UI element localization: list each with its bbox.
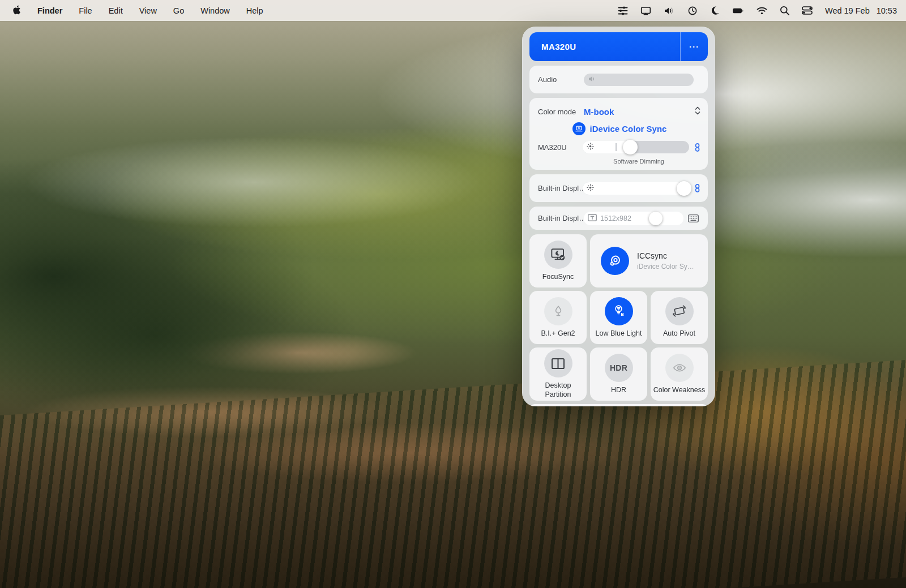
tile-color-weakness[interactable]: Color Weakness — [651, 347, 708, 401]
laptop-sync-icon — [572, 122, 586, 135]
keyboard-icon[interactable] — [688, 214, 699, 222]
tile-hdr[interactable]: HDR HDR — [590, 347, 647, 401]
icc-profile-sync-icon — [601, 247, 629, 275]
link-sync-icon[interactable] — [694, 143, 701, 152]
display-status-icon[interactable] — [640, 6, 651, 16]
eye-icon — [665, 354, 694, 382]
bottom-vignette — [0, 0, 906, 588]
blue-light-bulb-icon: B — [605, 297, 633, 325]
idevice-color-sync-button[interactable]: iDevice Color Sync — [538, 119, 701, 138]
link-sync-icon[interactable] — [694, 184, 701, 192]
resolution-value: 1512x982 — [600, 214, 631, 222]
tile-auto-pivot[interactable]: Auto Pivot — [651, 291, 708, 344]
light-sensor-icon — [544, 297, 572, 325]
brightness-sun-icon — [587, 183, 594, 194]
menu-help[interactable]: Help — [246, 6, 263, 15]
tile-iccsync[interactable]: ICCsync iDevice Color Sy… — [590, 234, 708, 287]
more-options-button[interactable]: ··· — [681, 32, 708, 61]
builtin-resolution-label: Built-in Displ… — [538, 214, 584, 222]
tile-focusync[interactable]: FocuSync — [529, 234, 587, 287]
speaker-icon — [588, 75, 596, 85]
time-machine-icon[interactable] — [687, 6, 698, 16]
slider-tick — [616, 143, 617, 151]
desktop-wallpaper — [0, 0, 906, 588]
menu-bar: Finder File Edit View Go Window Help — [0, 0, 906, 21]
apple-menu[interactable] — [12, 5, 21, 16]
battery-icon[interactable] — [732, 6, 744, 16]
audio-slider[interactable] — [584, 74, 694, 86]
clock-date: Wed 19 Feb — [825, 6, 870, 15]
menu-window[interactable]: Window — [200, 6, 230, 15]
app-sliders-icon[interactable] — [618, 6, 628, 16]
menubar-app-name[interactable]: Finder — [37, 6, 62, 15]
bulb-badge-letter: B — [621, 312, 624, 317]
display-text-size-icon — [588, 213, 597, 224]
monitor-moon-check-icon — [544, 241, 572, 269]
builtin-resolution-card: Built-in Displ… 1512x982 — [529, 207, 708, 230]
tile-subtitle: iDevice Color Sy… — [637, 263, 694, 271]
color-mode-label: Color mode — [538, 108, 584, 116]
clock-time: 10:53 — [877, 6, 897, 15]
menu-file[interactable]: File — [79, 6, 92, 15]
builtin-brightness-slider[interactable] — [583, 182, 689, 195]
slider-knob[interactable] — [649, 212, 663, 225]
search-icon[interactable] — [780, 6, 789, 15]
monitor-name-title: MA320U — [529, 32, 680, 61]
scroll-peek-card[interactable] — [529, 404, 708, 406]
monitor-brightness-slider[interactable] — [583, 141, 689, 153]
focus-moon-icon[interactable] — [710, 6, 720, 15]
chevron-up-down-icon — [694, 106, 701, 115]
display-control-panel: MA320U ··· Audio Color mode M-book — [522, 27, 715, 406]
tile-desktop-partition[interactable]: Desktop Partition — [529, 347, 587, 401]
idevice-color-sync-label: iDevice Color Sync — [590, 124, 667, 134]
audio-card: Audio — [529, 66, 708, 93]
color-mode-value[interactable]: M-book — [584, 107, 614, 117]
menubar-clock[interactable]: Wed 19 Feb 10:53 — [825, 6, 897, 15]
screen-rotate-icon — [665, 297, 694, 325]
hdr-text-icon: HDR — [605, 354, 633, 382]
brightness-sun-icon — [587, 142, 594, 152]
volume-icon[interactable] — [664, 6, 675, 16]
apple-logo-icon — [12, 5, 21, 15]
wifi-icon[interactable] — [757, 6, 767, 15]
monitor-brightness-label: MA320U — [538, 143, 583, 152]
resolution-slider[interactable]: 1512x982 — [584, 212, 683, 225]
panel-header: MA320U ··· — [529, 32, 708, 61]
menu-view[interactable]: View — [139, 6, 157, 15]
software-dimming-note: Software Dimming — [584, 158, 694, 165]
control-center-icon[interactable] — [802, 6, 813, 15]
split-window-icon — [544, 349, 572, 377]
slider-knob[interactable] — [623, 140, 638, 154]
color-mode-card: Color mode M-book iDevice Color Sync MA3… — [529, 98, 708, 170]
builtin-brightness-card: Built-in Displ… — [529, 174, 708, 202]
tile-low-blue-light[interactable]: B Low Blue Light — [590, 291, 647, 344]
menu-go[interactable]: Go — [173, 6, 184, 15]
slider-knob[interactable] — [677, 181, 691, 196]
color-mode-stepper[interactable] — [694, 106, 701, 118]
tile-bi-gen2[interactable]: B.I.+ Gen2 — [529, 291, 587, 344]
feature-tile-grid: FocuSync ICCsync iDevice Color Sy… — [529, 234, 708, 401]
builtin-brightness-label: Built-in Displ… — [538, 184, 583, 192]
audio-label: Audio — [538, 75, 584, 84]
slider-fill — [583, 182, 684, 195]
menu-edit[interactable]: Edit — [109, 6, 123, 15]
